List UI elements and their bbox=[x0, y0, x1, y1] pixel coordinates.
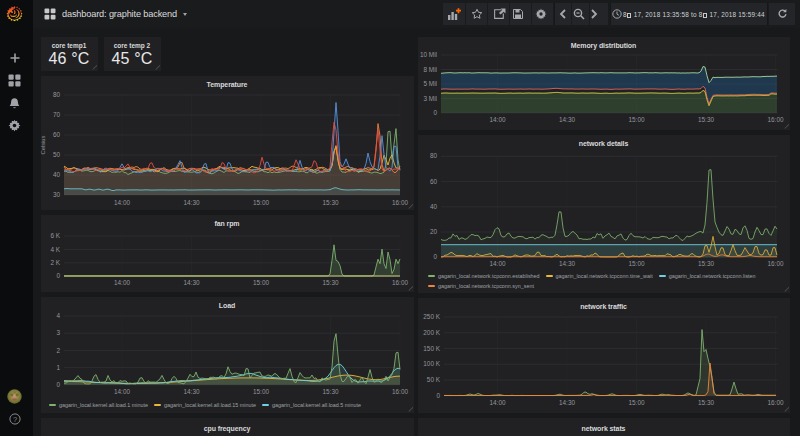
svg-text:?: ? bbox=[13, 415, 17, 424]
